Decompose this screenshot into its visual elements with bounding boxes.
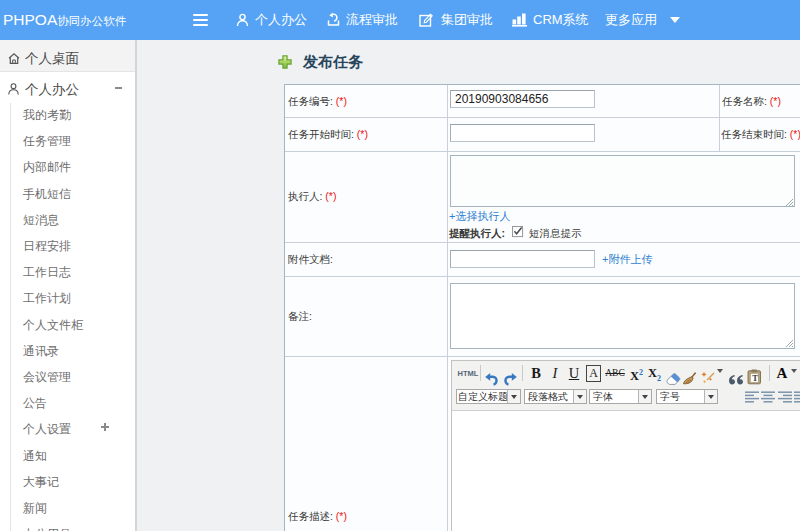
svg-text:T: T — [752, 373, 758, 383]
